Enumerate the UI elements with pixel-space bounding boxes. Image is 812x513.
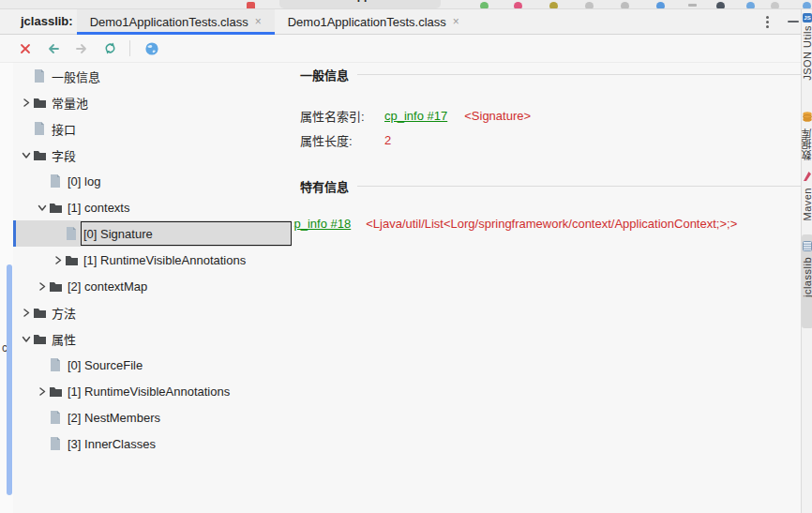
tree-item-label: 方法 <box>52 304 76 322</box>
json-badge-text: JS <box>803 13 812 23</box>
document-icon <box>50 358 63 371</box>
constant-pool-link[interactable]: cp_info #18 <box>293 217 351 231</box>
tree-item[interactable]: 属性 <box>13 325 292 352</box>
right-toolwindow-stripe: JSJSON Utils数据库Mavenjclasslib <box>801 9 812 513</box>
globe-icon <box>144 41 159 56</box>
close-icon <box>19 42 32 55</box>
tree-item-label: [0] log <box>68 174 100 189</box>
arrow-right-icon <box>74 42 89 55</box>
settings-icon <box>771 2 779 9</box>
constant-pool-link[interactable]: cp_info #17 <box>384 109 447 123</box>
chevron-down-icon[interactable] <box>19 331 34 346</box>
tree-item-label: 一般信息 <box>52 68 100 85</box>
attribute-label: 属性名索引: <box>300 107 384 125</box>
attribute-label: 属性长度: <box>300 131 384 149</box>
folder-icon <box>50 203 63 213</box>
chevron-right-icon[interactable] <box>35 384 50 399</box>
tree-item[interactable]: [1] contexts <box>13 194 292 220</box>
toolbar-separator <box>129 40 130 56</box>
stripe-item-jclasslib[interactable]: jclasslib <box>802 240 812 297</box>
open-in-browser-button[interactable] <box>140 38 164 59</box>
tree-item-label: [3] InnerClasses <box>68 437 156 451</box>
tab-0[interactable]: Demo1ApplicationTests.class× <box>77 9 275 34</box>
tree-item[interactable]: [1] RuntimeVisibleAnnotations <box>13 247 292 273</box>
reload-button[interactable] <box>98 38 122 59</box>
tab-1[interactable]: Demo1ApplicationTests.class× <box>275 9 473 34</box>
chevron-down-icon[interactable] <box>19 147 34 162</box>
header-rule <box>357 74 801 75</box>
class-tree: 一般信息常量池接口字段[0] log[1] contexts[0] Signat… <box>13 63 292 494</box>
header-rule <box>357 186 801 187</box>
more-actions-icon <box>688 4 697 7</box>
record-icon <box>716 2 725 9</box>
folder-icon <box>34 334 47 344</box>
profiler-icon <box>514 2 522 9</box>
folder-icon <box>34 98 47 108</box>
folder-icon <box>66 255 79 265</box>
panel-title: jclasslib: <box>0 9 77 34</box>
tree-item-label: [1] RuntimeVisibleAnnotations <box>68 385 230 399</box>
refresh-icon <box>103 41 117 55</box>
json-badge-icon: JS <box>803 13 812 23</box>
main-toolbar-strip: Demo1ApplicationTests <box>0 0 812 9</box>
tree-item[interactable]: 方法 <box>13 299 292 325</box>
chevron-right-icon[interactable] <box>19 305 34 320</box>
folder-icon <box>34 308 47 318</box>
database-icon <box>803 111 812 125</box>
tree-item[interactable]: [1] RuntimeVisibleAnnotations <box>13 378 292 404</box>
signature-value: <Ljava/util/List<Lorg/springframework/co… <box>366 217 737 231</box>
chevron-right-icon[interactable] <box>35 279 50 294</box>
tree-item[interactable]: 一般信息 <box>13 63 292 89</box>
tree-item-label: [1] contexts <box>68 201 129 215</box>
play-icon <box>621 2 629 9</box>
general-info-header: 一般信息 <box>300 67 801 83</box>
stop-icon <box>585 2 594 9</box>
tab-close-icon[interactable]: × <box>453 15 459 28</box>
hide-toolwindow-icon[interactable] <box>788 21 799 23</box>
tree-item[interactable]: [2] contextMap <box>13 273 292 299</box>
tree-item-label: 常量池 <box>52 94 88 112</box>
run-icon <box>480 2 489 9</box>
chevron-right-icon[interactable] <box>19 95 34 110</box>
editor-sliver: cl <box>0 63 13 513</box>
document-icon <box>50 411 63 424</box>
attribute-value: <Signature> <box>464 109 531 123</box>
tab-close-icon[interactable]: × <box>255 15 262 28</box>
stripe-item-label: 数据库 <box>802 128 812 160</box>
stripe-item-maven[interactable]: Maven <box>802 171 812 221</box>
back-button[interactable] <box>41 38 66 59</box>
tree-item[interactable]: [2] NestMembers <box>13 404 292 430</box>
debug-icon <box>656 2 665 9</box>
editor-scrollbar[interactable] <box>7 264 12 495</box>
tree-item[interactable]: [0] SourceFile <box>13 352 292 378</box>
avatar-icon <box>803 2 811 9</box>
run-config-name: Demo1ApplicationTests <box>311 0 439 2</box>
more-options-icon[interactable] <box>764 14 771 30</box>
jclasslib-toolbar <box>0 35 801 63</box>
selection-accent-bar <box>13 220 16 247</box>
document-icon <box>34 122 47 135</box>
tree-item-label: [0] Signature <box>83 227 153 241</box>
coverage-icon <box>549 2 558 9</box>
search-icon <box>746 2 755 9</box>
tree-item[interactable]: 常量池 <box>13 89 292 115</box>
tree-item[interactable]: [0] log <box>13 168 292 194</box>
chevron-down-icon[interactable] <box>35 200 50 215</box>
tree-item[interactable]: [3] InnerClasses <box>13 430 292 457</box>
tree-item[interactable]: 字段 <box>13 142 292 168</box>
attribute-row: 属性名索引:cp_info #17<Signature> <box>300 103 801 128</box>
close-panel-button[interactable] <box>13 38 38 59</box>
run-configuration-selector[interactable]: Demo1ApplicationTests <box>279 0 441 8</box>
stripe-item-label: Maven <box>802 188 812 221</box>
stripe-item--[interactable]: 数据库 <box>802 111 812 160</box>
tree-item-label: 属性 <box>52 330 76 348</box>
tree-item[interactable]: [0] Signature <box>13 220 292 247</box>
chevron-right-icon[interactable] <box>51 252 66 267</box>
stripe-item-json-utils[interactable]: JSJSON Utils <box>802 13 812 81</box>
specific-info-title: 特有信息 <box>300 177 349 195</box>
jclasslib-tab-bar: jclasslib: Demo1ApplicationTests.class×D… <box>0 9 812 35</box>
document-icon <box>50 437 63 450</box>
tree-item[interactable]: 接口 <box>13 115 292 142</box>
specific-info-header: 特有信息 <box>300 178 801 194</box>
forward-button[interactable] <box>69 38 94 59</box>
